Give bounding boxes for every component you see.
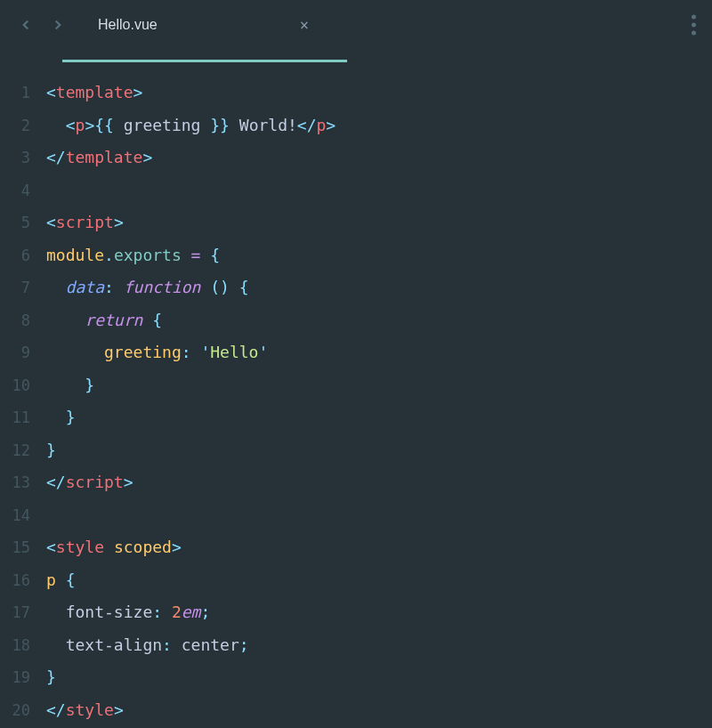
code-line[interactable]: module.exports = { bbox=[46, 239, 712, 272]
code-line[interactable]: </style> bbox=[46, 694, 712, 727]
code-line[interactable]: <script> bbox=[46, 206, 712, 239]
line-number: 4 bbox=[0, 174, 30, 207]
line-number: 8 bbox=[0, 304, 30, 337]
code-line[interactable]: } bbox=[46, 434, 712, 467]
code-line[interactable] bbox=[46, 174, 712, 207]
nav-forward-button[interactable] bbox=[50, 17, 66, 33]
tab-bar: Hello.vue × bbox=[0, 0, 712, 50]
line-number: 10 bbox=[0, 369, 30, 402]
line-number: 13 bbox=[0, 466, 30, 499]
line-number: 3 bbox=[0, 142, 30, 174]
line-number: 2 bbox=[0, 109, 30, 142]
line-number: 17 bbox=[0, 596, 30, 629]
code-content[interactable]: <template> <p>{{ greeting }} World!</p> … bbox=[46, 77, 712, 726]
line-number: 6 bbox=[0, 239, 30, 272]
code-line[interactable]: data: function () { bbox=[46, 271, 712, 304]
code-line[interactable]: </template> bbox=[46, 142, 712, 174]
line-number: 9 bbox=[0, 336, 30, 369]
tab-close-button[interactable]: × bbox=[300, 16, 309, 34]
nav-back-button[interactable] bbox=[18, 17, 34, 33]
more-menu-button[interactable] bbox=[692, 15, 696, 36]
code-line[interactable]: return { bbox=[46, 304, 712, 337]
code-line[interactable]: text-align: center; bbox=[46, 629, 712, 662]
line-number: 1 bbox=[0, 77, 30, 109]
tab-title: Hello.vue bbox=[98, 17, 158, 33]
line-number: 14 bbox=[0, 499, 30, 532]
file-tab[interactable]: Hello.vue × bbox=[98, 0, 327, 50]
code-editor[interactable]: 1 2 3 4 5 6 7 8 9 10 11 12 13 14 15 16 1… bbox=[0, 50, 712, 726]
line-number: 15 bbox=[0, 531, 30, 564]
line-number: 16 bbox=[0, 564, 30, 597]
code-line[interactable]: p { bbox=[46, 564, 712, 597]
code-line[interactable]: <template> bbox=[46, 77, 712, 109]
line-number-gutter: 1 2 3 4 5 6 7 8 9 10 11 12 13 14 15 16 1… bbox=[0, 77, 46, 726]
code-line[interactable]: greeting: 'Hello' bbox=[46, 336, 712, 369]
code-line[interactable]: } bbox=[46, 401, 712, 434]
line-number: 12 bbox=[0, 434, 30, 467]
code-line[interactable]: } bbox=[46, 369, 712, 402]
line-number: 20 bbox=[0, 694, 30, 727]
line-number: 19 bbox=[0, 661, 30, 694]
nav-arrows bbox=[11, 17, 73, 33]
code-line[interactable]: </script> bbox=[46, 466, 712, 499]
code-line[interactable]: <p>{{ greeting }} World!</p> bbox=[46, 109, 712, 142]
line-number: 11 bbox=[0, 401, 30, 434]
code-line[interactable] bbox=[46, 499, 712, 532]
code-line[interactable]: } bbox=[46, 661, 712, 694]
code-line[interactable]: <style scoped> bbox=[46, 531, 712, 564]
line-number: 7 bbox=[0, 271, 30, 304]
tab-active-indicator bbox=[62, 60, 347, 62]
line-number: 5 bbox=[0, 206, 30, 239]
line-number: 18 bbox=[0, 629, 30, 662]
code-line[interactable]: font-size: 2em; bbox=[46, 596, 712, 629]
